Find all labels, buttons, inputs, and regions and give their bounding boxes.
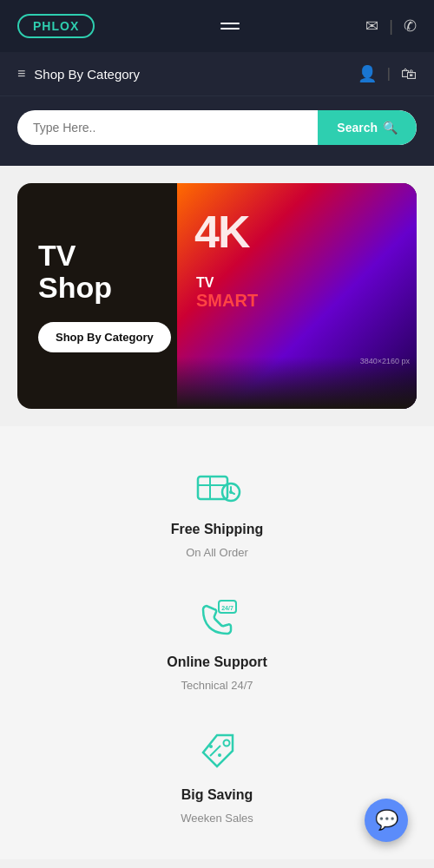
hero-tv-image: 4K TV SMART 3840×2160 px [177, 183, 417, 409]
logo[interactable]: PHLOX [17, 14, 95, 38]
cart-icon[interactable]: 🛍 [401, 65, 417, 83]
top-nav-right: ✉ | ✆ [365, 16, 417, 36]
svg-text:24/7: 24/7 [221, 605, 233, 611]
feature-free-shipping: Free Shipping On All Order [171, 461, 264, 559]
tv-smart-label: TV SMART [196, 274, 258, 311]
search-button[interactable]: Search 🔍 [318, 110, 417, 145]
category-navigation: ≡ Shop By Category 👤 | 🛍 [0, 52, 434, 96]
feature-big-saving: Big Saving Weeken Sales [181, 727, 253, 825]
category-nav-left: ≡ Shop By Category [17, 66, 140, 82]
tv-bezel-decoration [177, 357, 417, 409]
hero-title: TV Shop [38, 240, 171, 305]
big-saving-subtitle: Weeken Sales [181, 812, 253, 825]
chat-icon: 💬 [375, 809, 398, 832]
search-icon: 🔍 [383, 121, 398, 135]
phone-icon[interactable]: ✆ [404, 16, 417, 36]
hero-cta-button[interactable]: Shop By Category [38, 322, 171, 352]
tv-background: 4K TV SMART 3840×2160 px [177, 183, 417, 409]
search-section: Search 🔍 [0, 96, 434, 166]
menu-lines-icon: ≡ [17, 66, 25, 82]
tag-saving-icon [191, 727, 243, 779]
hero-section: TV Shop Shop By Category 4K TV SMART 384… [0, 166, 434, 426]
features-section: Free Shipping On All Order 24/7 Online S… [0, 426, 434, 859]
search-button-label: Search [337, 121, 378, 135]
user-icon[interactable]: 👤 [358, 64, 377, 83]
online-support-subtitle: Technical 24/7 [181, 679, 253, 692]
feature-online-support: 24/7 Online Support Technical 24/7 [167, 594, 267, 692]
search-input[interactable] [17, 110, 318, 145]
category-label[interactable]: Shop By Category [34, 67, 140, 82]
chat-float-button[interactable]: 💬 [365, 799, 408, 842]
support-24-icon: 24/7 [191, 594, 243, 646]
user-actions: 👤 | 🛍 [358, 64, 417, 83]
big-saving-title: Big Saving [181, 787, 253, 803]
svg-point-4 [229, 490, 233, 494]
online-support-title: Online Support [167, 654, 267, 670]
svg-point-9 [209, 745, 213, 748]
svg-point-7 [224, 740, 230, 746]
hamburger-menu[interactable] [220, 23, 240, 30]
top-navigation: PHLOX ✉ | ✆ [0, 0, 434, 52]
package-location-icon [191, 461, 243, 513]
hero-banner: TV Shop Shop By Category 4K TV SMART 384… [17, 183, 417, 409]
free-shipping-title: Free Shipping [171, 522, 264, 537]
hero-text-block: TV Shop Shop By Category [38, 240, 171, 352]
tv-4k-label: 4K [194, 209, 248, 254]
search-bar: Search 🔍 [17, 110, 417, 145]
nav-divider: | [387, 66, 391, 82]
email-icon[interactable]: ✉ [365, 16, 378, 36]
svg-point-10 [218, 753, 221, 757]
free-shipping-subtitle: On All Order [186, 546, 248, 559]
